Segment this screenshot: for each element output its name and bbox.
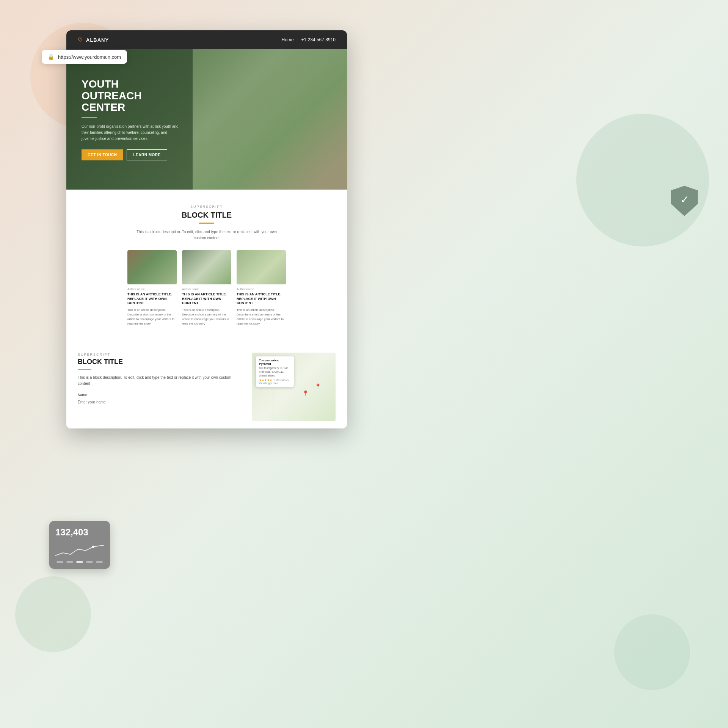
browser-window: ♡ ALBANY Home +1 234 567 8910 YOUTH OUTR… <box>66 30 347 428</box>
article-card-2: Author name THIS IS AN ARTICLE TITLE. RE… <box>182 250 231 326</box>
map-container: 📍 📍 📍 Transamerica Pyramid 600 Montgomer… <box>252 353 336 421</box>
hero-description: Our non-profit organization partners wit… <box>82 124 180 142</box>
article-1-desc: This is an article description. Describe… <box>127 308 177 326</box>
url-bar: 🔒 https://www.yourdomain.com <box>42 50 127 64</box>
map-pin-2[interactable]: 📍 <box>302 390 309 396</box>
nav-home[interactable]: Home <box>282 37 294 42</box>
article-2-title[interactable]: THIS IS AN ARTICLE TITLE. REPLACE IT WIT… <box>182 292 231 306</box>
bottom-superscript: SUPERSCRIPT <box>78 353 245 356</box>
article-card-1: Author name THIS IS AN ARTICLE TITLE. RE… <box>127 250 177 326</box>
bg-decoration-4 <box>614 614 690 690</box>
stats-card: 132,403 <box>49 521 110 569</box>
form-name-label: Name <box>78 393 245 397</box>
block-section: SUPERSCRIPT BLOCK TITLE This is a block … <box>66 190 347 341</box>
stats-pagination-dots <box>55 561 104 563</box>
map-reviews: 1.1K reviews <box>273 379 289 381</box>
bottom-block-title: BLOCK TITLE <box>78 358 245 366</box>
map-background: 📍 📍 📍 Transamerica Pyramid 600 Montgomer… <box>252 353 336 421</box>
bottom-title-decoration <box>78 369 91 370</box>
bg-decoration-3 <box>552 89 728 271</box>
article-image-3 <box>237 250 286 284</box>
map-pin-3[interactable]: 📍 <box>315 383 321 389</box>
nav-phone: +1 234 567 8910 <box>301 37 336 42</box>
stats-dot-5[interactable] <box>96 561 103 563</box>
hero-section: YOUTH OUTREACH CENTER Our non-profit org… <box>66 49 347 190</box>
map-address: 600 Montgomery St, San Francisco, CA 941… <box>259 366 291 377</box>
map-info-box: Transamerica Pyramid 600 Montgomery St, … <box>256 356 294 387</box>
bottom-block-desc: This is a block description. To edit, cl… <box>78 375 245 387</box>
article-2-author: Author name <box>182 287 231 291</box>
hero-underline-decoration <box>82 117 97 118</box>
article-3-author: Author name <box>237 287 286 291</box>
navbar-logo-text: ALBANY <box>86 37 109 43</box>
map-view-link[interactable]: View larger map <box>259 382 291 384</box>
block-description: This is a block description. To edit, cl… <box>135 229 279 241</box>
get-in-touch-button[interactable]: GET IN TOUCH <box>82 149 123 160</box>
site-navbar: ♡ ALBANY Home +1 234 567 8910 <box>66 30 347 49</box>
superscript-label: SUPERSCRIPT <box>78 205 336 209</box>
bottom-left-content: SUPERSCRIPT BLOCK TITLE This is a block … <box>78 353 245 421</box>
block-section-title: BLOCK TITLE <box>78 211 336 220</box>
heart-icon: ♡ <box>78 37 83 43</box>
navbar-links: Home +1 234 567 8910 <box>282 37 336 42</box>
form-name-input[interactable] <box>78 399 154 406</box>
bg-decoration-2 <box>15 576 91 652</box>
shield-check-icon: ✓ <box>680 193 689 206</box>
article-1-author: Author name <box>127 287 177 291</box>
article-image-1 <box>127 250 177 284</box>
article-grid: Author name THIS IS AN ARTICLE TITLE. RE… <box>78 250 336 326</box>
article-1-title[interactable]: THIS IS AN ARTICLE TITLE. REPLACE IT WIT… <box>127 292 177 306</box>
block-title-decoration <box>199 223 214 224</box>
stats-dot-3[interactable] <box>76 561 83 563</box>
article-image-2 <box>182 250 231 284</box>
stats-number: 132,403 <box>55 527 104 538</box>
hero-title: YOUTH OUTREACH CENTER <box>82 78 180 113</box>
map-business-name: Transamerica Pyramid <box>259 359 291 366</box>
navbar-logo: ♡ ALBANY <box>78 37 109 43</box>
map-road <box>294 353 294 421</box>
lock-icon: 🔒 <box>48 54 54 60</box>
article-3-desc: This is an article description. Describe… <box>237 308 286 326</box>
svg-point-0 <box>92 546 94 548</box>
stats-chart <box>55 542 104 557</box>
stats-dot-2[interactable] <box>66 561 73 563</box>
stats-dot-1[interactable] <box>56 561 63 563</box>
article-3-title[interactable]: THIS IS AN ARTICLE TITLE. REPLACE IT WIT… <box>237 292 286 306</box>
security-badge: ✓ <box>671 186 698 216</box>
hero-photo <box>193 49 347 190</box>
stats-dot-4[interactable] <box>86 561 93 563</box>
learn-more-button[interactable]: LEARN MORE <box>127 149 167 160</box>
site-content: SUPERSCRIPT BLOCK TITLE This is a block … <box>66 190 347 428</box>
form-group: Name <box>78 393 245 406</box>
bottom-section: SUPERSCRIPT BLOCK TITLE This is a block … <box>66 341 347 428</box>
hero-buttons: GET IN TOUCH LEARN MORE <box>82 149 180 160</box>
map-rating-stars: ★★★★★ <box>259 378 272 382</box>
article-card-3: Author name THIS IS AN ARTICLE TITLE. RE… <box>237 250 286 326</box>
shield-icon: ✓ <box>671 186 698 216</box>
article-2-desc: This is an article description. Describe… <box>182 308 231 326</box>
hero-content: YOUTH OUTREACH CENTER Our non-profit org… <box>66 63 195 176</box>
url-text: https://www.yourdomain.com <box>58 54 121 60</box>
